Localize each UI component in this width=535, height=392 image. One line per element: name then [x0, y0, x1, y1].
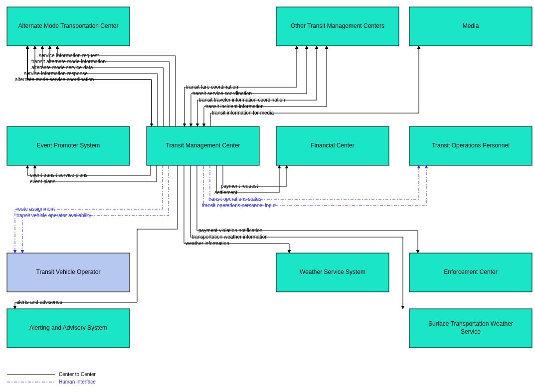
node-transit-ops-personnel: Transit Operations Personnel [409, 127, 532, 165]
link-ops-status [210, 165, 419, 199]
flow-label: service information request [39, 53, 99, 58]
node-label: Service [461, 328, 481, 335]
node-financial: Financial Center [276, 127, 389, 165]
flow-label: transit vehicle operator availability [16, 213, 91, 218]
flow-label: transit traveler information coordinatio… [199, 97, 285, 103]
node-tmc: Transit Management Center [147, 127, 259, 165]
flow-label: payment request [221, 183, 258, 189]
node-media: Media [409, 7, 532, 46]
flow-label: event plans [30, 179, 55, 184]
node-label: Transit Management Center [166, 142, 240, 149]
node-alerting: Alerting and Advisory System [7, 309, 130, 348]
node-label: Financial Center [311, 142, 354, 149]
flow-label: payment violation notification [198, 228, 262, 233]
node-label: Enforcement Center [444, 268, 497, 275]
flow-label: route assignment [16, 206, 55, 212]
flow-label: alerts and advisories [16, 299, 62, 305]
node-label: Transit Vehicle Operator [36, 268, 101, 275]
flow-label: transit information for media [212, 110, 274, 116]
flow-label: transportation weather information [192, 234, 268, 240]
flow-label: transit alternate mode information [31, 59, 106, 64]
flow-label: alternate mode service coordination [15, 77, 94, 82]
node-enforcement: Enforcement Center [409, 253, 532, 292]
node-label: Weather Service System [300, 268, 365, 275]
node-label: Event Promoter System [37, 142, 100, 149]
flow-label: service information response [24, 71, 88, 76]
flow-label: transit incident information [205, 104, 264, 109]
node-event-promoter: Event Promoter System [7, 127, 130, 165]
architecture-diagram: Alternate Mode Transportation Center Oth… [0, 0, 535, 392]
node-transit-vehicle-operator: Transit Vehicle Operator [7, 253, 130, 292]
node-label: Other Transit Management Centers [291, 22, 384, 29]
flow-label: weather information [185, 241, 229, 246]
legend-c2c-label: Center to Center [59, 372, 96, 377]
legend: Center to Center Human Interface [7, 372, 96, 385]
node-label: Transit Operations Personnel [432, 142, 510, 149]
flow-label: transit service coordination [192, 91, 252, 96]
flow-label: event transit service plans [30, 172, 88, 178]
legend-hi-label: Human Interface [59, 379, 96, 385]
node-label: Alternate Mode Transportation Center [18, 22, 119, 29]
link-settlement [216, 165, 279, 193]
node-label: Media [463, 22, 479, 29]
link-payment-violation [197, 165, 418, 253]
flow-label: transit fare coordination [186, 84, 238, 90]
node-stws: Surface Transportation Weather Service [409, 309, 532, 348]
node-label: Alerting and Advisory System [29, 324, 107, 331]
node-label: Surface Transportation Weather [428, 320, 513, 327]
flow-label: alternate mode service data [31, 65, 93, 70]
flow-label: settlement [214, 190, 237, 195]
node-weather-service: Weather Service System [276, 253, 389, 292]
flow-label: transit operations status [208, 196, 261, 202]
node-alt-mode: Alternate Mode Transportation Center [7, 7, 130, 46]
node-other-tmc: Other Transit Management Centers [276, 7, 399, 46]
link-weather-info [184, 165, 289, 253]
flow-label: transit operations personnel input [202, 203, 276, 208]
